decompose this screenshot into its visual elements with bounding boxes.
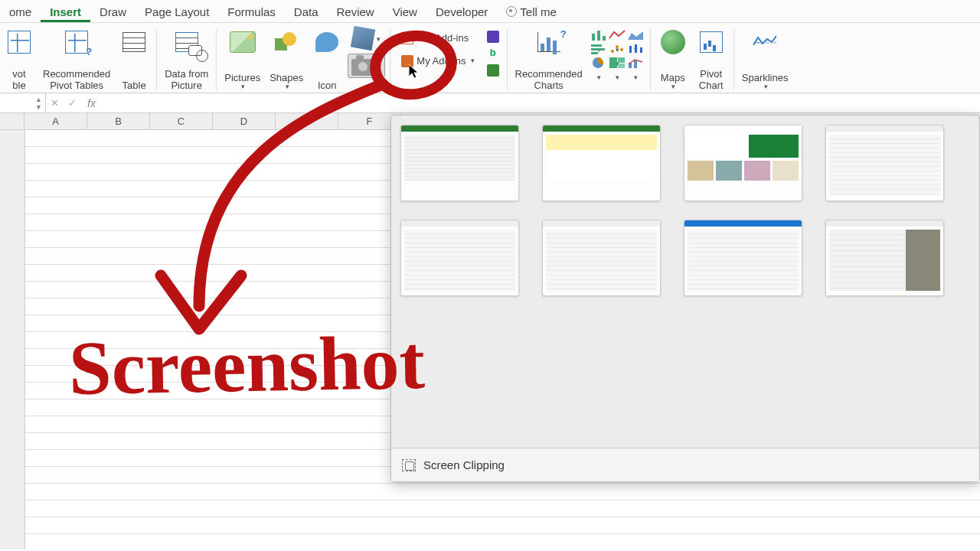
column-chart-icon[interactable] <box>590 29 607 41</box>
combo-chart-icon[interactable] <box>627 57 644 69</box>
screenshot-icon <box>351 59 374 76</box>
fx-icon[interactable]: fx <box>81 97 102 109</box>
pie-chart-icon[interactable] <box>590 57 607 69</box>
sparklines-button[interactable]: Sparklines <box>737 26 793 91</box>
tab-formulas[interactable]: Formulas <box>218 1 285 22</box>
window-thumb[interactable] <box>542 220 661 296</box>
tab-insert[interactable]: Insert <box>41 1 90 22</box>
col-E[interactable]: E <box>276 113 338 129</box>
separator <box>156 29 157 90</box>
scatter-chart-icon[interactable] <box>609 43 626 55</box>
table-label: Table <box>122 79 146 91</box>
ribbon-insert: vot ble ? Recommended Pivot Tables Table… <box>0 23 980 93</box>
pictures-button[interactable]: Pictures <box>220 26 265 91</box>
tell-me[interactable]: Tell me <box>497 1 566 22</box>
pivot-table-label: vot ble <box>12 67 25 91</box>
name-box[interactable]: ▲▼ <box>0 93 46 112</box>
svg-rect-11 <box>635 44 637 53</box>
get-addins-button[interactable]: Get Add-ins <box>398 31 472 46</box>
icons-label: Icon <box>318 79 337 91</box>
recommended-charts-label: Recommended Charts <box>515 67 583 91</box>
svg-rect-15 <box>618 57 625 63</box>
cursor-icon <box>409 64 421 80</box>
shapes-button[interactable]: Shapes <box>265 26 308 91</box>
screenshot-dropdown: Screen Clipping <box>390 115 980 482</box>
screenshot-button[interactable] <box>348 54 385 78</box>
svg-rect-1 <box>597 31 600 41</box>
stock-chart-icon[interactable] <box>627 43 644 55</box>
treemap-chart-icon[interactable] <box>609 57 626 69</box>
svg-rect-4 <box>591 44 602 47</box>
window-thumb[interactable] <box>825 125 944 201</box>
pivot-chart-button[interactable]: Pivot Chart <box>692 26 730 91</box>
chart-types-grid <box>587 26 647 91</box>
separator <box>650 29 651 90</box>
svg-rect-16 <box>618 64 625 68</box>
bar-chart-icon[interactable] <box>590 43 607 55</box>
icons-icon <box>315 32 338 52</box>
window-thumb[interactable] <box>684 125 802 201</box>
data-from-picture-label: Data from Picture <box>165 67 208 91</box>
separator <box>733 29 734 90</box>
my-addins-label: My Add-ins <box>416 56 466 67</box>
separator <box>216 29 217 90</box>
3d-models-icon[interactable] <box>351 26 375 51</box>
tab-data[interactable]: Data <box>285 1 328 22</box>
shapes-label: Shapes <box>270 71 303 83</box>
recommended-charts-icon: ? <box>537 32 560 52</box>
window-thumb[interactable] <box>400 220 519 296</box>
svg-marker-20 <box>409 64 418 78</box>
svg-rect-5 <box>591 48 605 51</box>
tab-view[interactable]: View <box>384 1 426 22</box>
recommended-charts-button[interactable]: ? Recommended Charts <box>511 26 587 91</box>
tab-draw[interactable]: Draw <box>90 1 136 22</box>
separator <box>390 29 390 90</box>
recommended-pivot-button[interactable]: ? Recommended Pivot Tables <box>38 26 115 91</box>
visio-addin-icon[interactable] <box>487 31 499 43</box>
sparklines-icon <box>753 34 776 50</box>
tab-developer[interactable]: Developer <box>426 1 497 22</box>
pictures-icon <box>230 31 256 53</box>
data-from-picture-icon <box>175 32 198 52</box>
pivot-table-button[interactable]: vot ble <box>0 26 38 91</box>
bing-addin-icon[interactable]: b <box>487 47 499 60</box>
col-A[interactable]: A <box>24 113 87 129</box>
table-icon <box>122 32 145 52</box>
addins-icon <box>401 32 413 44</box>
table-button[interactable]: Table <box>115 26 153 91</box>
window-thumb[interactable] <box>400 125 519 201</box>
chevron-down-icon <box>376 60 381 71</box>
icons-button[interactable]: Icon <box>308 26 346 91</box>
enter-formula-icon[interactable]: ✓ <box>64 97 81 109</box>
window-thumb[interactable] <box>825 220 944 296</box>
tab-home[interactable]: ome <box>0 1 41 22</box>
col-D[interactable]: D <box>213 113 276 129</box>
maps-button[interactable]: Maps <box>654 26 692 91</box>
recommended-pivot-icon: ? <box>65 31 88 54</box>
tab-review[interactable]: Review <box>328 1 384 22</box>
line-chart-icon[interactable] <box>609 29 626 41</box>
col-B[interactable]: B <box>87 113 150 129</box>
data-from-picture-button[interactable]: Data from Picture <box>160 26 213 91</box>
tab-page-layout[interactable]: Page Layout <box>136 1 218 22</box>
shapes-icon <box>273 31 299 54</box>
screen-clipping-label: Screen Clipping <box>423 458 505 471</box>
svg-rect-10 <box>629 46 632 53</box>
window-thumb[interactable] <box>684 220 802 296</box>
formula-input[interactable] <box>102 93 980 112</box>
formula-bar: ▲▼ ✕ ✓ fx <box>0 93 980 113</box>
col-C[interactable]: C <box>150 113 213 129</box>
chevron-down-icon[interactable] <box>375 33 381 44</box>
addins-group: Get Add-ins My Add-ins <box>394 26 482 91</box>
screen-clipping-icon <box>402 459 416 471</box>
people-addin-icon[interactable] <box>487 64 499 77</box>
screen-clipping-button[interactable]: Screen Clipping <box>391 448 979 481</box>
svg-rect-6 <box>591 52 598 54</box>
addin-shortcuts: b <box>482 26 504 91</box>
select-all-corner[interactable] <box>0 113 24 129</box>
area-chart-icon[interactable] <box>627 29 644 41</box>
ribbon-tabstrip: ome Insert Draw Page Layout Formulas Dat… <box>0 0 980 23</box>
models-screenshot-col <box>346 26 387 91</box>
cancel-formula-icon[interactable]: ✕ <box>46 97 64 109</box>
window-thumb[interactable] <box>542 125 661 201</box>
